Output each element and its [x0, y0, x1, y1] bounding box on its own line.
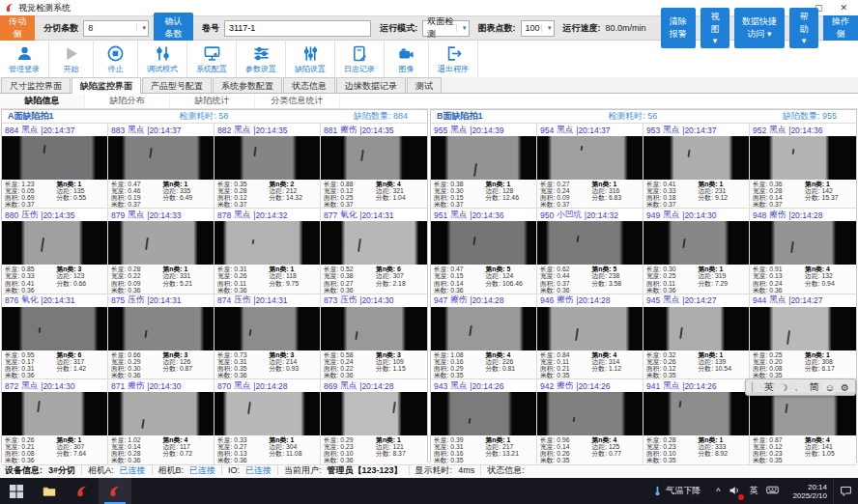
defect-cell[interactable]: 883 黑点 |20:14:37 长度: 0.47 宽度: 0.46 面积: 0… [108, 124, 214, 209]
tray-language-indicator[interactable]: 英 [749, 485, 758, 497]
defect-cell[interactable]: 879 黑点 |20:14:33 长度: 0.28 宽度: 0.22 面积: 0… [108, 209, 214, 294]
defect-image[interactable] [321, 307, 427, 350]
tab-size-monitor[interactable]: 尺寸监控界面 [1, 77, 71, 93]
tray-expand-chevron[interactable]: ^ [716, 487, 720, 496]
defect-cell[interactable]: 947 擦伤 |20:14:28 长度: 1.08 宽度: 0.16 面积: 0… [431, 294, 537, 379]
defect-image[interactable] [108, 221, 214, 265]
slit-count-select[interactable]: 8 ▾ [83, 20, 149, 37]
volume-icon[interactable] [729, 485, 740, 498]
ime-punctuation[interactable]: 、 [794, 380, 804, 394]
defect-cell[interactable]: 950 小凹坑 |20:14:32 长度: 0.62 宽度: 0.44 面积: … [537, 209, 644, 294]
data-quick-access-menu-button[interactable]: 数据快捷访问 ▾ [734, 8, 785, 48]
defect-image[interactable] [321, 392, 427, 435]
moon-icon[interactable]: ☽ [780, 382, 788, 393]
defect-cell[interactable]: 954 黑点 |20:14:37 长度: 0.27 宽度: 0.24 面积: 0… [537, 124, 644, 209]
system-config-button[interactable]: 系统配置 [187, 41, 237, 77]
clear-alarm-button[interactable]: 清除报警 [661, 8, 697, 48]
defect-image[interactable] [214, 136, 320, 180]
admin-login-button[interactable]: 管理登录 [0, 41, 49, 77]
tab-system-param-config[interactable]: 系统参数配置 [213, 77, 282, 93]
defect-cell[interactable]: 873 压伤 |20:14:30 长度: 0.58 宽度: 0.24 面积: 0… [321, 294, 427, 379]
log-record-button[interactable]: 日志记录 [335, 41, 385, 77]
debug-mode-button[interactable]: 调试模式 [138, 41, 187, 77]
defect-image[interactable] [750, 136, 856, 180]
weather-widget[interactable]: 气温下降 [644, 485, 708, 497]
image-button[interactable]: 图像 [385, 41, 429, 77]
defect-cell[interactable]: 949 黑点 |20:14:30 长度: 0.30 宽度: 0.25 面积: 0… [644, 209, 750, 294]
defect-image[interactable] [108, 307, 214, 350]
exit-program-button[interactable]: 退出程序 [429, 41, 478, 77]
gear-icon[interactable]: ⚙ [841, 382, 849, 393]
defect-cell[interactable]: 944 黑点 |20:14:27 长度: 0.25 宽度: 0.20 面积: 0… [750, 294, 856, 379]
stop-button[interactable]: 停止 [94, 41, 138, 77]
defect-image[interactable] [750, 307, 856, 350]
defect-image[interactable] [2, 307, 107, 350]
defect-cell[interactable]: 870 黑点 |20:14:28 长度: 0.33 宽度: 0.27 面积: 0… [214, 379, 321, 464]
defect-image[interactable] [644, 307, 749, 350]
defect-cell[interactable]: 875 压伤 |20:14:31 长度: 0.66 宽度: 0.29 面积: 0… [108, 294, 214, 379]
defect-image[interactable] [537, 392, 643, 435]
tab-defect-monitor[interactable]: 缺陷监控界面 [72, 77, 141, 94]
defect-cell[interactable]: 948 擦伤 |20:14:28 长度: 0.91 宽度: 0.13 面积: 0… [750, 209, 856, 294]
tab-test[interactable]: 测试 [407, 77, 442, 93]
chart-points-select[interactable]: 100 ▾ [521, 20, 555, 37]
defect-image[interactable] [321, 221, 427, 265]
defect-image[interactable] [750, 221, 856, 265]
defect-image[interactable] [108, 136, 214, 180]
defect-image[interactable] [108, 392, 214, 435]
defect-image[interactable] [750, 392, 856, 435]
app-window-2-button[interactable] [99, 478, 131, 504]
emoji-icon[interactable]: ☺ [825, 382, 835, 393]
defect-image[interactable] [644, 392, 749, 435]
tab-product-model-config[interactable]: 产品型号配置 [142, 77, 212, 93]
roll-no-input[interactable] [224, 20, 371, 37]
defect-image[interactable] [537, 136, 643, 180]
defect-settings-button[interactable]: 缺陷设置 [286, 41, 335, 77]
action-center-button[interactable] [833, 478, 858, 504]
defect-image[interactable] [644, 221, 749, 265]
defect-image[interactable] [537, 221, 643, 265]
defect-cell[interactable]: 941 黑点 |20:14:26 长度: 0.28 宽度: 0.23 面积: 0… [644, 379, 750, 464]
defect-cell[interactable]: 882 黑点 |20:14:35 长度: 0.35 宽度: 0.28 面积: 0… [214, 124, 321, 209]
subtab-classification-statistics[interactable]: 分类信息统计 [255, 94, 340, 108]
defect-image[interactable] [537, 307, 643, 350]
defect-image[interactable] [321, 136, 427, 180]
file-explorer-button[interactable] [33, 478, 66, 504]
run-mode-select[interactable]: 双面检测 ▾ [422, 20, 469, 37]
defect-cell[interactable]: 955 黑点 |20:14:39 长度: 0.38 宽度: 0.30 面积: 0… [431, 124, 537, 209]
defect-cell[interactable]: 872 黑点 |20:14:30 长度: 0.26 宽度: 0.21 面积: 0… [2, 379, 108, 464]
defect-image[interactable] [431, 221, 536, 265]
defect-cell[interactable]: 946 擦伤 |20:14:28 长度: 0.84 宽度: 0.11 面积: 0… [537, 294, 644, 379]
operator-side-button[interactable]: 操作侧 [823, 15, 858, 41]
drive-side-button[interactable]: 传动侧 [0, 15, 35, 41]
keyboard-icon[interactable] [766, 484, 779, 498]
tab-edge-data-record[interactable]: 边缘数据记录 [336, 77, 406, 93]
defect-image[interactable] [2, 221, 107, 265]
ime-grip-handle[interactable]: ▏ [752, 382, 758, 392]
defect-cell[interactable]: 951 黑点 |20:14:36 长度: 0.47 宽度: 0.15 面积: 0… [431, 209, 537, 294]
app-window-1-button[interactable] [66, 478, 99, 504]
defect-image[interactable] [644, 136, 749, 180]
view-menu-button[interactable]: 视图 ▾ [701, 8, 729, 48]
defect-cell[interactable]: 881 擦伤 |20:14:35 长度: 0.88 宽度: 0.12 面积: 0… [321, 124, 427, 209]
defect-cell[interactable]: 943 黑点 |20:14:26 长度: 0.39 宽度: 0.31 面积: 0… [431, 379, 537, 464]
ime-simplified[interactable]: 简 [810, 380, 819, 394]
defect-cell[interactable]: 884 黑点 |20:14:37 长度: 1.23 宽度: 0.05 面积: 0… [2, 124, 108, 209]
defect-image[interactable] [431, 307, 536, 350]
defect-image[interactable] [2, 392, 107, 435]
defect-image[interactable] [214, 221, 320, 265]
subtab-defect-distribution[interactable]: 缺陷分布 [85, 94, 170, 108]
defect-cell[interactable]: 869 黑点 |20:14:28 长度: 0.29 宽度: 0.23 面积: 0… [321, 379, 427, 464]
defect-cell[interactable]: 945 黑点 |20:14:27 长度: 0.32 宽度: 0.26 面积: 0… [644, 294, 750, 379]
ime-toolbar[interactable]: ▏ 英 ☽ 、 简 ☺ ⚙ [745, 378, 856, 396]
subtab-defect-statistics[interactable]: 缺陷统计 [170, 94, 255, 108]
subtab-defect-info[interactable]: 缺陷信息 [0, 94, 85, 108]
defect-image[interactable] [431, 136, 536, 180]
help-menu-button[interactable]: 帮助 ▾ [789, 8, 818, 48]
taskbar-clock[interactable]: 20:14 2025/2/10 [786, 483, 833, 500]
parameter-settings-button[interactable]: 参数设置 [237, 41, 286, 77]
defect-cell[interactable]: 871 擦伤 |20:14:30 长度: 1.02 宽度: 0.14 面积: 0… [108, 379, 214, 464]
defect-cell[interactable]: 880 压伤 |20:14:35 长度: 0.85 宽度: 0.33 面积: 0… [2, 209, 108, 294]
defect-image[interactable] [2, 136, 107, 180]
defect-cell[interactable]: 874 压伤 |20:14:31 长度: 0.73 宽度: 0.31 面积: 0… [214, 294, 321, 379]
